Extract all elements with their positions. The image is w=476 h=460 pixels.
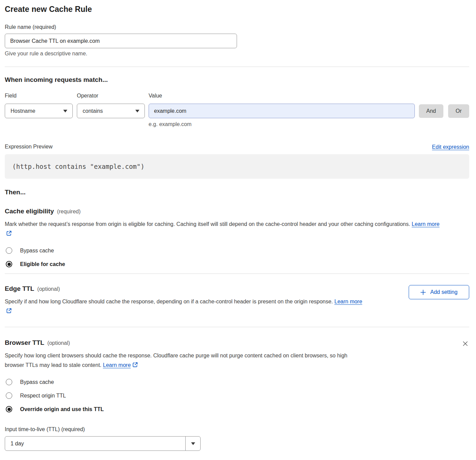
radio-label: Eligible for cache <box>20 261 65 267</box>
browser-ttl-section: Browser TTL (optional) Specify how long … <box>5 339 469 370</box>
divider <box>5 273 469 274</box>
radio-button[interactable] <box>6 247 12 254</box>
page-title: Create new Cache Rule <box>5 4 469 14</box>
value-input[interactable] <box>149 104 415 118</box>
chevron-down-icon <box>63 110 67 112</box>
cache-eligibility-heading: Cache eligibility <box>5 207 54 215</box>
external-link-icon <box>6 308 12 314</box>
ttl-input-label: Input time-to-live (TTL) (required) <box>5 426 469 433</box>
learn-more-link[interactable]: Learn more <box>103 362 131 368</box>
add-setting-button[interactable]: Add setting <box>409 285 469 299</box>
expression-preview-label: Expression Preview <box>5 143 53 150</box>
then-heading: Then... <box>5 188 469 196</box>
radio-button[interactable] <box>6 392 12 399</box>
divider <box>5 67 469 67</box>
close-icon <box>462 340 469 347</box>
radio-label: Bypass cache <box>20 248 54 254</box>
expression-preview-header: Expression Preview Edit expression <box>5 143 469 150</box>
radio-option-bypass-cache[interactable]: Bypass cache <box>5 247 469 254</box>
match-heading: When incoming requests match... <box>5 76 469 84</box>
rule-name-help: Give your rule a descriptive name. <box>5 50 469 57</box>
add-setting-label: Add setting <box>430 289 457 295</box>
edge-ttl-content: Edge TTL (optional) Specify if and how l… <box>5 285 365 316</box>
rule-name-group: Rule name (required) Give your rule a de… <box>5 24 469 57</box>
browser-ttl-header: Browser TTL (optional) <box>5 339 355 347</box>
radio-option-bypass-cache-browser[interactable]: Bypass cache <box>5 379 469 385</box>
ttl-select[interactable]: 1 day <box>5 436 201 451</box>
value-help: e.g. example.com <box>149 121 469 128</box>
or-button[interactable]: Or <box>448 104 469 118</box>
description-text: Specify if and how long Cloudflare shoul… <box>5 299 333 304</box>
optional-tag: (optional) <box>37 286 60 292</box>
chevron-down-icon <box>191 442 195 445</box>
cache-eligibility-description: Mark whether the request’s response from… <box>5 219 440 238</box>
rule-name-label: Rule name (required) <box>5 24 469 31</box>
ttl-select-arrow-button[interactable] <box>185 437 200 450</box>
edge-ttl-header: Edge TTL (optional) <box>5 285 365 293</box>
radio-option-eligible-for-cache[interactable]: Eligible for cache <box>5 261 469 267</box>
optional-tag: (optional) <box>47 340 70 346</box>
plus-icon <box>420 289 426 295</box>
create-cache-rule-form: Create new Cache Rule Rule name (require… <box>0 0 476 451</box>
browser-ttl-description: Specify how long client browsers should … <box>5 351 355 370</box>
edge-ttl-description: Specify if and how long Cloudflare shoul… <box>5 297 365 316</box>
operator-label: Operator <box>77 92 149 99</box>
radio-button[interactable] <box>6 379 12 385</box>
close-browser-ttl-button[interactable] <box>461 340 469 348</box>
browser-ttl-heading: Browser TTL <box>5 339 44 347</box>
edge-ttl-heading: Edge TTL <box>5 285 34 293</box>
browser-ttl-content: Browser TTL (optional) Specify how long … <box>5 339 355 370</box>
value-label: Value <box>149 92 162 99</box>
radio-option-respect-origin-ttl[interactable]: Respect origin TTL <box>5 392 469 399</box>
description-text: Specify how long client browsers should … <box>5 353 347 368</box>
expression-code-block: (http.host contains "example.com") <box>5 154 469 179</box>
external-link-icon <box>132 362 138 368</box>
cache-eligibility-header: Cache eligibility (required) <box>5 207 469 215</box>
edit-expression-link[interactable]: Edit expression <box>432 144 469 150</box>
external-link-icon <box>6 230 12 236</box>
radio-button[interactable] <box>6 261 12 267</box>
match-condition-row: Hostname contains And Or <box>5 104 469 118</box>
ttl-select-value: 1 day <box>5 437 185 450</box>
radio-option-override-origin-ttl[interactable]: Override origin and use this TTL <box>5 406 469 412</box>
rule-name-input[interactable] <box>5 34 237 48</box>
field-label: Field <box>5 92 77 99</box>
field-select-value: Hostname <box>11 108 35 114</box>
learn-more-link[interactable]: Learn more <box>335 299 362 304</box>
radio-label: Override origin and use this TTL <box>20 406 104 412</box>
radio-label: Bypass cache <box>20 379 54 385</box>
radio-button[interactable] <box>6 406 12 412</box>
and-button[interactable]: And <box>419 104 443 118</box>
required-tag: (required) <box>57 209 81 215</box>
operator-select-value: contains <box>83 108 103 114</box>
operator-select[interactable]: contains <box>77 104 145 118</box>
match-column-labels: Field Operator Value <box>5 92 469 99</box>
radio-label: Respect origin TTL <box>20 393 66 399</box>
learn-more-link[interactable]: Learn more <box>412 221 440 227</box>
expression-code-text: (http.host contains "example.com") <box>12 163 144 170</box>
divider <box>5 327 469 327</box>
field-select[interactable]: Hostname <box>5 104 73 118</box>
description-text: Mark whether the request’s response from… <box>5 221 410 227</box>
edge-ttl-section: Edge TTL (optional) Specify if and how l… <box>5 285 469 316</box>
chevron-down-icon <box>135 110 139 112</box>
